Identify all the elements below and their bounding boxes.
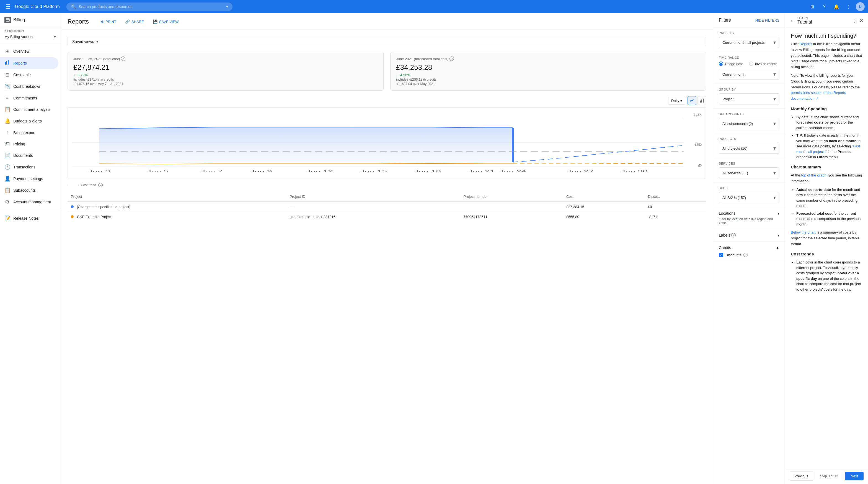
cost-chart: Jun 3 Jun 5 Jun 7 Jun 9 Jun 12 Jun 15 Ju…	[72, 112, 702, 173]
table-row: [Charges not specific to a project] — £2…	[67, 202, 706, 212]
below-chart-link[interactable]: Below the chart	[791, 230, 816, 234]
projects-select[interactable]: All projects (16) ▾	[719, 143, 779, 154]
tutorial-more-button[interactable]: ⋮	[852, 18, 857, 24]
cost-card-1-title: June 1 – 25, 2021 (total cost) ?	[73, 57, 378, 61]
apps-icon[interactable]: ⊞	[807, 2, 817, 11]
sidebar-item-overview[interactable]: ⊞ Overview	[0, 46, 58, 57]
project-cell-1: [Charges not specific to a project]	[67, 202, 286, 212]
services-value: All services (11)	[722, 171, 748, 175]
svg-rect-2	[5, 62, 6, 64]
line-chart-button[interactable]	[687, 96, 696, 105]
sidebar-item-transactions[interactable]: 🕐 Transactions	[0, 161, 58, 173]
search-bar[interactable]: 🔍 ▾	[66, 2, 232, 11]
billing-account-select[interactable]: My Billing Account ▾	[4, 33, 56, 39]
tutorial-para-1: Click Reports in the Billing navigation …	[791, 41, 863, 70]
reports-actions: 🖨 PRINT 🔗 SHARE 💾 SAVE VIEW	[98, 18, 181, 26]
search-input[interactable]	[79, 4, 224, 9]
more-options-icon[interactable]: ⋮	[844, 2, 854, 11]
cost-trend-label: Cost trend	[81, 183, 96, 187]
print-button[interactable]: 🖨 PRINT	[98, 18, 119, 26]
tutorial-close-button[interactable]: ✕	[860, 18, 864, 24]
sidebar-item-account-management[interactable]: ⚙ Account management	[0, 196, 58, 208]
save-view-button[interactable]: 💾 SAVE VIEW	[151, 18, 181, 26]
top-of-graph-link[interactable]: top of the graph	[801, 173, 827, 177]
locations-section[interactable]: Locations ▾ Filter by location data like…	[713, 207, 785, 229]
cost-card-1-note2: -£1,076.15 over May 7 – 31, 2021	[73, 82, 378, 86]
svg-rect-6	[702, 99, 702, 103]
help-icon-1[interactable]: ?	[121, 57, 125, 61]
tutorial-header-info: LEARN Tutorial	[798, 17, 812, 25]
labels-help[interactable]: ?	[731, 233, 736, 237]
labels-label: Labels	[719, 233, 730, 237]
cost-trends-title: Cost trends	[791, 251, 863, 257]
sidebar-item-budgets-alerts[interactable]: 🔔 Budgets & alerts	[0, 115, 58, 127]
cost-trend-row: Cost trend ?	[67, 183, 706, 187]
reports-header: Reports 🖨 PRINT 🔗 SHARE 💾 SAVE VIEW	[61, 13, 713, 30]
permissions-link[interactable]: permissions section of the Reports docum…	[791, 91, 846, 101]
tutorial-next-button[interactable]: Next	[845, 472, 864, 480]
sidebar-item-billing-export[interactable]: ↑ Billing export	[0, 127, 58, 138]
chart-interval-select[interactable]: Daily ▾	[668, 97, 685, 105]
discounts-checkbox[interactable]: ✓	[719, 253, 723, 257]
share-button[interactable]: 🔗 SHARE	[123, 18, 146, 26]
subaccounts-select[interactable]: All subaccounts (2) ▾	[719, 118, 779, 129]
presets-select[interactable]: Current month, all projects ▾	[719, 37, 779, 48]
group-by-label: Group by	[719, 88, 779, 91]
time-range-label: Time range	[719, 56, 779, 59]
menu-icon[interactable]: ☰	[3, 1, 13, 12]
cost-trend-help[interactable]: ?	[98, 183, 103, 187]
sidebar-item-documents[interactable]: 📄 Documents	[0, 150, 58, 161]
tutorial-back-button[interactable]: ←	[790, 18, 795, 24]
trends-bullet-1: Each color in the chart corresponds to a…	[796, 260, 863, 292]
usage-date-radio[interactable]: Usage date	[719, 61, 743, 66]
page-title: Reports	[67, 18, 89, 25]
discounts-help[interactable]: ?	[743, 253, 748, 257]
sidebar-item-commitments[interactable]: ≡ Commitments	[0, 92, 58, 104]
hide-filters-button[interactable]: HIDE FILTERS	[755, 18, 779, 23]
tutorial-panel: ← LEARN Tutorial ⋮ ✕ How much am I spend…	[785, 13, 868, 484]
tutorial-body: Click Reports in the Billing navigation …	[785, 41, 868, 468]
sidebar-item-subaccounts[interactable]: 📋 Subaccounts	[0, 184, 58, 196]
services-select[interactable]: All services (11) ▾	[719, 167, 779, 178]
sidebar-item-label: Documents	[13, 153, 33, 158]
app-logo: Google Cloud Platform	[15, 4, 60, 9]
reports-main: Reports 🖨 PRINT 🔗 SHARE 💾 SAVE VIEW	[61, 13, 713, 484]
avatar[interactable]: U	[856, 2, 865, 11]
help-icon[interactable]: ?	[819, 2, 829, 11]
chart-summary-intro: At the top of the graph, you see the fol…	[791, 173, 863, 184]
sidebar-item-reports[interactable]: Reports	[0, 57, 58, 69]
save-view-label: SAVE VIEW	[159, 20, 179, 24]
sidebar-item-label: Reports	[13, 61, 27, 65]
share-label: SHARE	[131, 20, 144, 24]
filters-panel: Filters HIDE FILTERS Presets Current mon…	[713, 13, 785, 484]
labels-section[interactable]: Labels ? ▾	[713, 229, 785, 241]
sidebar: Billing Billing account My Billing Accou…	[0, 13, 61, 484]
sidebar-item-release-notes[interactable]: 📝 Release Notes	[0, 212, 58, 224]
sidebar-item-cost-table[interactable]: ⊟ Cost table	[0, 69, 58, 81]
locations-chevron: ▾	[777, 211, 779, 216]
bar-chart-button[interactable]	[698, 96, 706, 105]
time-period-select[interactable]: Current month ▾	[719, 69, 779, 80]
help-icon-2[interactable]: ?	[450, 57, 454, 61]
search-dropdown-icon[interactable]: ▾	[226, 4, 228, 9]
saved-views-button[interactable]: Saved views ▾	[67, 37, 706, 46]
chart-y-bottom: £0	[698, 164, 702, 167]
sidebar-item-cost-breakdown[interactable]: 📉 Cost breakdown	[0, 81, 58, 92]
chart-below-text: Below the chart is a summary of costs by…	[791, 230, 863, 247]
sidebar-item-payment-settings[interactable]: 👤 Payment settings	[0, 173, 58, 184]
invoice-month-radio[interactable]: Invoice month	[749, 61, 777, 66]
cost-card-1-change: ↓ -3.72%	[73, 73, 378, 77]
skus-select[interactable]: All SKUs (157) ▾	[719, 192, 779, 203]
save-icon: 💾	[153, 19, 157, 24]
tutorial-previous-button[interactable]: Previous	[790, 472, 813, 481]
sidebar-item-label: Commitment analysis	[13, 107, 51, 112]
content-area: Reports 🖨 PRINT 🔗 SHARE 💾 SAVE VIEW	[61, 13, 868, 484]
sidebar-item-pricing[interactable]: 🏷 Pricing	[0, 138, 58, 150]
sidebar-item-commitment-analysis[interactable]: 📋 Commitment analysis	[0, 104, 58, 115]
group-by-select[interactable]: Project ▾	[719, 93, 779, 105]
cost-card-2-change: ↓ -4.56%	[396, 73, 701, 77]
chart-wrapper: £1.5K £750 £0	[67, 107, 706, 178]
notifications-icon[interactable]: 🔔	[832, 2, 841, 11]
sidebar-item-label: Commitments	[13, 96, 37, 100]
reports-link[interactable]: Reports	[800, 42, 812, 46]
